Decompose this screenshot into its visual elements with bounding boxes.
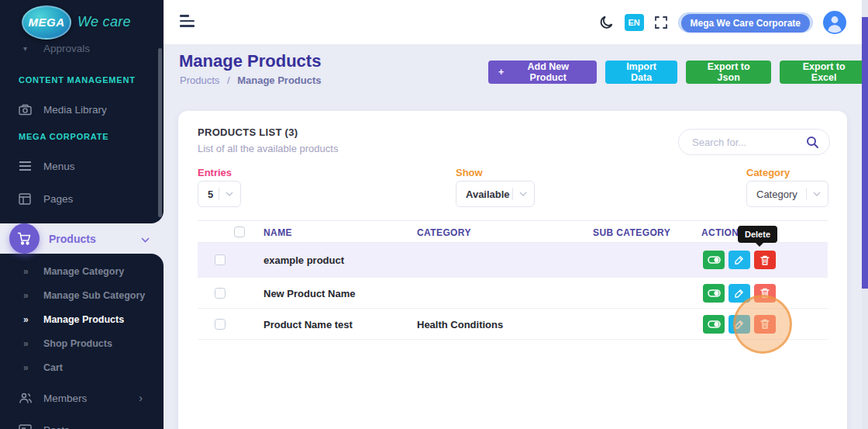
breadcrumb-separator: / bbox=[227, 74, 230, 86]
breadcrumb-root[interactable]: Products bbox=[180, 74, 219, 86]
dark-mode-moon-icon[interactable] bbox=[599, 15, 615, 30]
page-title: Manage Products bbox=[179, 51, 321, 71]
chevron-right-icon: » bbox=[23, 338, 43, 349]
cell-name: New Product Name bbox=[264, 287, 355, 299]
show-select[interactable]: Available bbox=[456, 181, 535, 207]
sidebar-subitem-label: Manage Category bbox=[43, 266, 124, 277]
sidebar-item-pages[interactable]: Pages bbox=[0, 189, 155, 209]
add-new-product-button[interactable]: + Add New Product bbox=[488, 61, 597, 84]
sidebar-subitem-label: Shop Products bbox=[43, 338, 112, 349]
sidebar-toggle-icon[interactable] bbox=[180, 15, 195, 28]
sidebar-item-posts[interactable]: Posts bbox=[0, 420, 155, 429]
sidebar-item-label: Pages bbox=[43, 193, 73, 205]
breadcrumb-current: Manage Products bbox=[237, 74, 321, 86]
sidebar-item-menus[interactable]: Menus bbox=[0, 156, 155, 176]
search-icon[interactable] bbox=[806, 136, 819, 152]
export-json-label: Export to Json bbox=[696, 61, 761, 83]
select-all-checkbox[interactable] bbox=[234, 227, 245, 237]
camera-icon bbox=[19, 104, 43, 116]
tenant-switcher-button[interactable]: Mega We Care Corporate bbox=[678, 12, 813, 33]
column-header-name[interactable]: NAME bbox=[264, 227, 292, 238]
fullscreen-icon[interactable] bbox=[654, 16, 668, 29]
toggle-visibility-button[interactable] bbox=[703, 315, 725, 334]
entries-label: Entries bbox=[198, 167, 232, 178]
search-input[interactable] bbox=[692, 137, 801, 148]
export-excel-button[interactable]: Export to Excel bbox=[780, 61, 868, 84]
sidebar-item-media-library[interactable]: Media Library bbox=[0, 99, 155, 119]
chevron-right-icon: » bbox=[23, 314, 43, 325]
row-checkbox[interactable] bbox=[215, 288, 226, 299]
sidebar-item-members[interactable]: Members › bbox=[0, 388, 155, 408]
logo-tagline: We care bbox=[78, 14, 131, 30]
sidebar-item-label: Posts bbox=[43, 424, 70, 429]
topbar: EN Mega We Care Corporate bbox=[164, 0, 868, 44]
import-button-label: Import Data bbox=[615, 61, 667, 83]
mega-logo-icon: MEGA bbox=[22, 5, 71, 40]
import-data-button[interactable]: Import Data bbox=[605, 61, 677, 84]
row-checkbox[interactable] bbox=[215, 254, 226, 265]
divider bbox=[219, 188, 219, 200]
card-title: PRODUCTS LIST (3) bbox=[198, 126, 298, 138]
table-row[interactable]: example product bbox=[198, 243, 828, 278]
sidebar-item-label: Media Library bbox=[43, 104, 107, 116]
sidebar-item-products[interactable]: Products bbox=[0, 223, 164, 254]
logo-text: MEGA bbox=[29, 16, 65, 29]
toggle-visibility-button[interactable] bbox=[703, 284, 725, 303]
row-checkbox[interactable] bbox=[215, 319, 226, 330]
row-actions bbox=[703, 251, 776, 269]
export-excel-label: Export to Excel bbox=[790, 61, 858, 83]
table-header: NAME CATEGORY SUB CATEGORY ACTIONS bbox=[198, 220, 828, 243]
chevron-right-icon: » bbox=[23, 266, 43, 277]
sidebar-subitem-shop-products[interactable]: » Shop Products bbox=[0, 336, 155, 351]
sidebar-subitem-manage-sub-category[interactable]: » Manage Sub Category bbox=[0, 288, 155, 303]
plus-icon: + bbox=[498, 67, 504, 78]
chevron-right-icon: » bbox=[23, 290, 43, 301]
table-row[interactable]: New Product Name bbox=[198, 278, 828, 309]
edit-button[interactable] bbox=[728, 251, 750, 269]
sidebar-section-mega-corporate: MEGA CORPORATE bbox=[19, 132, 108, 141]
chevron-down-icon bbox=[519, 192, 527, 196]
sidebar-item-label: Menus bbox=[43, 161, 75, 172]
chevron-right-icon: » bbox=[23, 362, 43, 373]
export-json-button[interactable]: Export to Json bbox=[686, 61, 771, 84]
toggle-visibility-button[interactable] bbox=[703, 251, 725, 269]
page-layout-icon bbox=[19, 193, 43, 205]
sidebar-subitem-label: Manage Sub Category bbox=[43, 290, 145, 301]
sidebar-item-label: Members bbox=[43, 393, 87, 404]
sidebar-subitem-manage-products[interactable]: » Manage Products bbox=[0, 312, 155, 327]
sidebar-item-label: Products bbox=[49, 233, 96, 245]
language-badge[interactable]: EN bbox=[625, 14, 644, 31]
sidebar-subitem-label: Cart bbox=[43, 362, 63, 373]
search-box bbox=[678, 129, 830, 155]
divider bbox=[806, 188, 807, 200]
sidebar-subitem-manage-category[interactable]: » Manage Category bbox=[0, 264, 155, 279]
chevron-down-icon bbox=[141, 232, 150, 246]
sidebar-scrollbar[interactable] bbox=[158, 48, 162, 217]
category-select[interactable]: Category bbox=[746, 181, 828, 207]
sidebar: ▾ Approvals MEGA We care CONTENT MANAGEM… bbox=[0, 0, 164, 429]
sidebar-section-content-management: CONTENT MANAGEMENT bbox=[19, 75, 136, 85]
divider bbox=[512, 188, 513, 200]
card-subtitle: List of all the available products bbox=[198, 143, 338, 154]
delete-button[interactable] bbox=[754, 251, 776, 269]
entries-select[interactable]: 5 bbox=[198, 181, 241, 207]
chevron-down-icon bbox=[813, 192, 821, 196]
cell-name: Product Name test bbox=[264, 318, 353, 330]
show-label: Show bbox=[456, 167, 483, 178]
sidebar-subitem-cart[interactable]: » Cart bbox=[0, 360, 155, 375]
delete-tooltip: Delete bbox=[738, 226, 777, 243]
products-list-card: PRODUCTS LIST (3) List of all the availa… bbox=[178, 111, 847, 429]
cell-category: Health Conditions bbox=[417, 318, 503, 330]
chevron-down-icon bbox=[226, 192, 233, 196]
cart-icon bbox=[9, 223, 40, 254]
category-label: Category bbox=[746, 167, 790, 178]
chevron-down-icon: ▾ bbox=[23, 44, 43, 53]
column-header-category[interactable]: CATEGORY bbox=[417, 227, 471, 238]
page-scrollbar-thumb[interactable] bbox=[862, 17, 868, 289]
show-value: Available bbox=[466, 189, 510, 200]
app-logo[interactable]: MEGA We care bbox=[0, 0, 164, 44]
cell-name: example product bbox=[264, 254, 344, 266]
avatar[interactable] bbox=[823, 11, 846, 34]
column-header-sub-category[interactable]: SUB CATEGORY bbox=[593, 227, 670, 238]
add-button-label: Add New Product bbox=[509, 61, 587, 83]
